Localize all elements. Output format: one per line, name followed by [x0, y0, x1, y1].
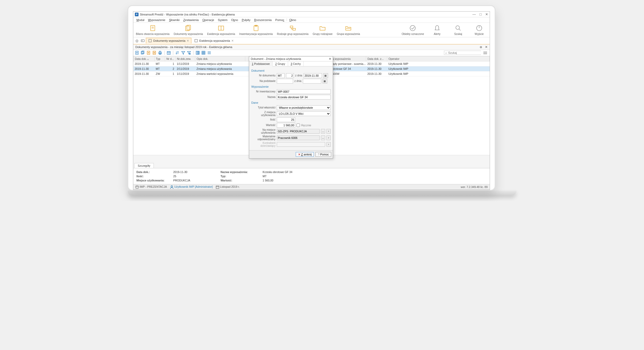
svg-line-12 [459, 29, 461, 30]
dialog-tab-grupy[interactable]: 2 Grupy [273, 61, 288, 66]
calendar-button[interactable]: ▦ [323, 79, 327, 83]
delete-icon[interactable] [152, 51, 156, 55]
minimize-button[interactable]: — [472, 12, 476, 16]
col-nrd[interactable]: Nr d... [165, 56, 176, 61]
col-data-dok[interactable]: Data dok. ▴ [134, 56, 155, 61]
document-dialog: Dokument - Zmiana miejsca użytkowania ✕ … [249, 56, 333, 159]
input-odpowiedzialny[interactable] [277, 135, 320, 140]
col-opis[interactable]: Opis dok. [195, 56, 245, 61]
close-window-button[interactable]: ✕ [485, 12, 488, 16]
input-wartosc[interactable] [277, 123, 295, 128]
ribbon-ewidencja[interactable]: Ewidencja wyposażenia [207, 24, 235, 35]
menu-rozszerzenia[interactable]: Rozszerzenia [253, 18, 273, 22]
breadcrumb-bar: Dokumenty wyposażenia - za miesiąc listo… [133, 44, 490, 50]
app-icon: P [135, 13, 139, 16]
input-ilosc[interactable] [277, 117, 295, 122]
svg-point-45 [136, 186, 139, 187]
doctab-ewidencja[interactable]: Ewidencja wyposażenia ✕ [192, 38, 236, 44]
menu-pomoc[interactable]: Pomoc [274, 18, 286, 22]
input-na-miejsce[interactable] [277, 129, 320, 134]
ribbon-szukaj[interactable]: Szukaj [450, 24, 466, 35]
col-nrdz[interactable]: Nr.dok.zew. [176, 56, 195, 61]
help-button[interactable]: ? Pomoc [315, 152, 331, 157]
nav-back-icon[interactable] [140, 38, 145, 43]
menu-system[interactable]: System [216, 18, 229, 22]
col-typ[interactable]: Typ [155, 56, 165, 61]
checkbox-recznie[interactable] [297, 123, 300, 128]
close-tab-icon[interactable]: ✕ [231, 39, 234, 43]
grid-icon[interactable] [201, 51, 206, 55]
select-z-miejsca[interactable]: LO-LO5 ZLO V Wici [277, 111, 331, 116]
maximize-button[interactable]: □ [479, 12, 482, 16]
menu-wyposazenie[interactable]: Wyposażenie [146, 18, 167, 22]
menu-operacje[interactable]: Operacje [201, 18, 216, 22]
export-icon[interactable] [146, 51, 151, 55]
ribbon-grupa-wyposazenia[interactable]: Grupa wyposażenia [337, 24, 360, 35]
status-db: IWP - PREZENTACJA [140, 185, 167, 188]
menu-zestawienia[interactable]: Zestawienia [182, 18, 200, 22]
more-button[interactable]: › [326, 135, 331, 140]
input-nr-nr[interactable] [286, 73, 294, 78]
input-nazwa[interactable] [277, 95, 331, 100]
clipboard-icon [252, 24, 260, 32]
list-icon[interactable] [207, 51, 211, 55]
menu-pulpity[interactable]: Pulpity [240, 18, 252, 22]
ribbon-inwentaryzacja[interactable]: Inwentaryzacja wyposażenia [239, 24, 273, 35]
lookup-button[interactable]: ... [321, 129, 325, 134]
lookup-button[interactable]: ... [321, 135, 325, 140]
print-icon[interactable] [158, 51, 162, 55]
menu-icon[interactable] [482, 51, 488, 55]
label-na-podstawie: Na podstawie [251, 80, 275, 82]
select-tytul[interactable]: Własne w przedsiębiorstwie [277, 105, 331, 110]
tab-icon [194, 39, 198, 43]
more-button[interactable]: › [326, 142, 331, 147]
ribbon-dokumenty[interactable]: Dokumenty wyposażenia [174, 24, 203, 35]
menu-modul[interactable]: Moduł [135, 18, 146, 22]
ribbon-bilans[interactable]: Bilans otwarcia wyposażenia [136, 24, 170, 35]
input-nr-inw[interactable] [277, 89, 331, 94]
input-z-dnia[interactable] [304, 73, 322, 78]
label-na-miejsce: Na miejsce użytkowania [251, 128, 275, 134]
search-box[interactable]: ⌕ [444, 51, 481, 55]
sort-icon[interactable] [175, 51, 180, 55]
user-icon [170, 185, 173, 189]
doctab-dokumenty[interactable]: Dokumenty wyposażenia ✕ [146, 38, 191, 44]
more-button[interactable]: › [326, 129, 331, 134]
menubar: Moduł Wyposażenie Słowniki Zestawienia O… [133, 17, 490, 23]
dialog-close-icon[interactable]: ✕ [329, 57, 331, 60]
ribbon-rodzaje-grup[interactable]: Rodzaje grup wyposażenia [277, 24, 308, 35]
menu-okno2[interactable]: Okno [288, 18, 298, 22]
dialog-tab-cechy[interactable]: 3 Cechy [288, 61, 304, 66]
menu-okno[interactable]: Okno [229, 18, 239, 22]
filter2-icon[interactable] [187, 51, 191, 55]
close-button[interactable]: ✕ Zamknij [296, 152, 314, 157]
search-input[interactable] [448, 51, 484, 54]
svg-point-10 [410, 25, 415, 31]
columns-icon[interactable] [196, 51, 200, 55]
label-kontrahent: Kontrahent dzierżawiący [251, 142, 275, 147]
input-z-dnia2[interactable] [303, 79, 321, 83]
status-period: Listopad 2019 r. [220, 185, 240, 188]
status-version: wer. 7.2.349.48 lic. 89 [461, 185, 488, 189]
filter-icon[interactable] [181, 51, 185, 55]
close-tab-icon[interactable]: ✕ [187, 39, 189, 43]
home-icon[interactable] [134, 38, 140, 43]
ribbon-alerty[interactable]: Alerty [429, 24, 445, 35]
copy-doc-icon[interactable] [141, 51, 145, 55]
col-operator[interactable]: Operator [387, 56, 490, 61]
dialog-tab-podstawowe[interactable]: 1 1 PodstawowePodstawowe [249, 61, 273, 66]
new-doc-icon[interactable] [135, 51, 139, 55]
details-tab[interactable]: Szczegóły [134, 163, 154, 168]
label-nr-inw: Nr inwentarzowy [251, 90, 275, 93]
input-nr-typ[interactable] [277, 73, 285, 78]
ribbon-obiekty[interactable]: Obiekty oznaczone [402, 24, 424, 35]
calendar-icon[interactable]: 18 [167, 51, 171, 55]
pin-icon[interactable]: ⊖ [480, 45, 482, 49]
ribbon-wyjscie[interactable]: Wyjście [471, 24, 487, 35]
calendar-button[interactable]: ▦ [323, 73, 328, 78]
close-icon[interactable]: ✕ [485, 45, 488, 49]
input-na-podstawie[interactable] [277, 79, 293, 83]
ribbon-grupy-rodzajowe[interactable]: Grupy rodzajowe [313, 24, 333, 35]
col-dataz[interactable]: Data dok. z... [366, 56, 387, 61]
menu-slowniki[interactable]: Słowniki [167, 18, 181, 22]
